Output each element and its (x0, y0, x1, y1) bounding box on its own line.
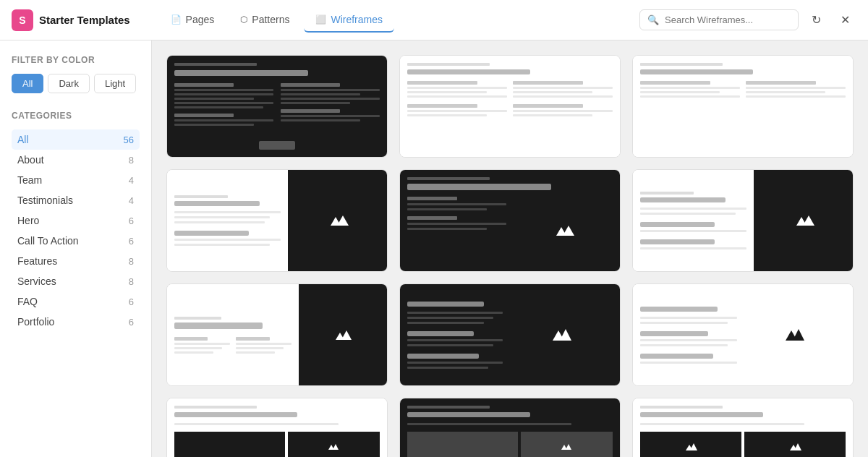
search-icon: 🔍 (647, 14, 659, 25)
logo-icon: S (12, 9, 33, 31)
category-all-label: All (17, 134, 29, 145)
category-hero[interactable]: Hero 6 (12, 210, 140, 231)
template-preview-11 (400, 398, 620, 457)
category-features-count: 8 (129, 256, 134, 267)
category-team-label: Team (17, 174, 42, 186)
category-features[interactable]: Features 8 (12, 251, 140, 271)
nav-tabs: 📄 Pages ⬡ Patterns ⬜ Wireframes (159, 8, 622, 33)
templates-grid (166, 55, 854, 457)
template-card-4[interactable] (166, 169, 388, 272)
category-faq[interactable]: FAQ 6 (12, 291, 140, 312)
category-services-label: Services (17, 276, 56, 287)
search-box[interactable]: 🔍 (639, 9, 799, 30)
close-button[interactable]: ✕ (833, 9, 856, 32)
wireframes-icon: ⬜ (315, 14, 326, 25)
tab-patterns[interactable]: ⬡ Patterns (229, 8, 301, 33)
category-cta[interactable]: Call To Action 6 (12, 231, 140, 251)
category-hero-count: 6 (129, 215, 134, 226)
category-portfolio-count: 6 (129, 317, 134, 328)
category-all[interactable]: All 56 (12, 129, 140, 150)
app-name: Starter Templates (39, 14, 130, 26)
color-filters: All Dark Light (12, 74, 140, 93)
template-card-3[interactable] (632, 55, 854, 158)
category-all-count: 56 (124, 134, 134, 145)
category-services-count: 8 (129, 276, 134, 287)
tab-wireframes-label: Wireframes (331, 14, 383, 25)
color-light-button[interactable]: Light (94, 74, 136, 93)
template-card-11[interactable] (399, 398, 621, 457)
template-preview-12 (633, 398, 853, 457)
category-about-label: About (17, 154, 44, 166)
color-all-button[interactable]: All (12, 74, 43, 93)
category-faq-count: 6 (129, 296, 134, 307)
svg-marker-25 (690, 443, 697, 450)
category-cta-count: 6 (129, 236, 134, 247)
svg-marker-27 (794, 443, 801, 450)
template-card-6[interactable] (632, 169, 854, 272)
category-team[interactable]: Team 4 (12, 170, 140, 190)
svg-marker-9 (560, 329, 571, 341)
template-preview-4 (167, 170, 387, 271)
sidebar: Filter by Color All Dark Light Categorie… (0, 40, 152, 457)
main-layout: Filter by Color All Dark Light Categorie… (0, 40, 868, 457)
color-dark-button[interactable]: Dark (48, 74, 89, 93)
category-team-count: 4 (129, 175, 134, 186)
patterns-icon: ⬡ (240, 14, 247, 25)
refresh-button[interactable]: ↻ (804, 9, 827, 32)
svg-marker-21 (566, 444, 571, 450)
category-about-count: 8 (129, 155, 134, 166)
pages-icon: 📄 (171, 14, 182, 25)
category-services[interactable]: Services 8 (12, 271, 140, 291)
template-card-5[interactable] (399, 169, 621, 272)
template-preview-5 (400, 170, 620, 271)
svg-marker-5 (803, 215, 814, 226)
category-testimonials-count: 4 (129, 195, 134, 206)
template-preview-3 (633, 56, 853, 157)
template-preview-9 (633, 284, 853, 385)
tab-patterns-label: Patterns (252, 14, 289, 25)
category-portfolio[interactable]: Portfolio 6 (12, 312, 140, 332)
category-hero-label: Hero (17, 215, 39, 226)
template-preview-10 (167, 398, 387, 457)
content-area (152, 40, 868, 457)
category-features-label: Features (17, 255, 57, 267)
template-card-12[interactable] (632, 398, 854, 457)
search-input[interactable] (665, 14, 791, 25)
template-card-8[interactable] (399, 283, 621, 386)
tab-pages-label: Pages (186, 14, 215, 25)
template-preview-7 (167, 284, 387, 385)
template-preview-6 (633, 170, 853, 271)
filter-by-color-label: Filter by Color (12, 55, 140, 65)
category-faq-label: FAQ (17, 296, 38, 307)
template-preview-2 (400, 56, 620, 157)
tab-wireframes[interactable]: ⬜ Wireframes (304, 8, 394, 33)
template-card-1[interactable] (166, 55, 388, 158)
category-portfolio-label: Portfolio (17, 316, 54, 328)
svg-marker-15 (333, 444, 339, 450)
template-preview-8 (400, 284, 620, 385)
header-actions: 🔍 ↻ ✕ (639, 9, 856, 32)
template-card-7[interactable] (166, 283, 388, 386)
svg-marker-3 (563, 226, 574, 236)
template-preview-1 (167, 56, 387, 157)
svg-marker-11 (793, 329, 804, 341)
category-cta-label: Call To Action (17, 235, 79, 247)
tab-pages[interactable]: 📄 Pages (159, 8, 226, 33)
category-testimonials[interactable]: Testimonials 4 (12, 190, 140, 210)
template-card-9[interactable] (632, 283, 854, 386)
app-header: S Starter Templates 📄 Pages ⬡ Patterns ⬜… (0, 0, 868, 40)
svg-marker-7 (341, 330, 352, 340)
template-card-10[interactable] (166, 398, 388, 457)
categories-label: Categories (12, 111, 140, 121)
logo-area: S Starter Templates (12, 9, 130, 31)
category-testimonials-label: Testimonials (17, 195, 73, 206)
svg-marker-1 (337, 215, 349, 226)
template-card-2[interactable] (399, 55, 621, 158)
category-about[interactable]: About 8 (12, 150, 140, 170)
